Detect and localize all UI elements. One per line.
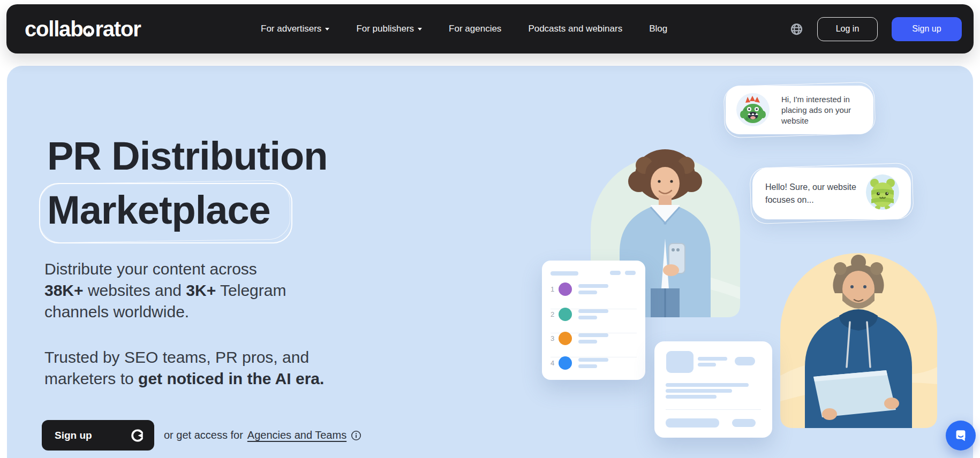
stat-websites: 38K+ (44, 281, 84, 299)
rank-number: 1 (551, 285, 554, 293)
or-get-access-text: or get access for (164, 429, 243, 441)
ranking-row: 1 (551, 278, 637, 302)
trust-line1: Trusted by SEO teams, PR pros, and (44, 348, 309, 366)
nav-item-blog[interactable]: Blog (649, 24, 667, 34)
skeleton-bar (698, 363, 716, 367)
skeleton-bar (578, 284, 608, 288)
hero-subtitle: Distribute your content across 38K+ webs… (44, 258, 286, 323)
logo-pin-icon (83, 26, 94, 37)
ranking-card: 1 2 3 4 (542, 261, 645, 380)
stat-telegram: 3K+ (186, 281, 216, 299)
top-navbar: collabrator For advertisers For publishe… (6, 4, 974, 54)
skeleton-thumbnail (666, 351, 693, 373)
subtitle-line2-end: Telegram (220, 281, 286, 299)
skeleton-title-bar (551, 271, 578, 276)
rank-dot (559, 356, 572, 370)
login-button[interactable]: Log in (817, 17, 878, 41)
man-with-laptop-illustration (780, 241, 937, 428)
hero-trust-line: Trusted by SEO teams, PR pros, and marke… (44, 347, 324, 390)
chat-widget-button[interactable] (946, 421, 976, 451)
logo-text-pre: collab (25, 17, 82, 41)
skeleton-bar (578, 309, 608, 313)
skeleton-bar (666, 383, 749, 387)
skeleton-bar (578, 291, 597, 294)
rank-dot (559, 308, 572, 321)
circle-arrow-icon (131, 429, 145, 442)
nav-item-podcasts-webinars[interactable]: Podcasts and webinars (528, 24, 622, 34)
skeleton-pill (735, 357, 755, 365)
skeleton-pill (610, 271, 621, 275)
green-monster-icon (736, 93, 770, 126)
info-icon (351, 430, 361, 441)
ranking-row: 3 (551, 327, 637, 352)
chat-bubble-text: Hi, I'm interested in placing ads on you… (781, 94, 867, 126)
signup-button[interactable]: Sign up (892, 17, 962, 41)
trust-line2-pre: marketers to (44, 370, 134, 387)
publisher-photo (780, 241, 937, 428)
publisher-avatar (866, 174, 899, 210)
ranking-row: 4 (551, 352, 637, 376)
chat-bubble-publisher: Hello! Sure, our website focuses on... (752, 167, 911, 219)
skeleton-bar (578, 340, 597, 344)
subtitle-line1: Distribute your content across (44, 260, 257, 278)
rank-number: 2 (551, 310, 554, 318)
skeleton-bar (578, 316, 597, 319)
skeleton-bar (578, 358, 608, 362)
skeleton-bar (578, 364, 597, 368)
subtitle-line3: channels worldwide. (44, 303, 189, 320)
nav-item-for-publishers[interactable]: For publishers (356, 24, 422, 34)
nav-label: Podcasts and webinars (528, 24, 622, 34)
cta-signup-label: Sign up (55, 430, 92, 441)
title-line-1: PR Distribution (47, 129, 328, 183)
language-globe-button[interactable] (790, 22, 803, 36)
nav-label: Blog (649, 24, 667, 34)
lime-monster-icon (866, 174, 899, 210)
nav-item-for-advertisers[interactable]: For advertisers (261, 24, 329, 34)
nav-label: For advertisers (261, 24, 321, 34)
ranking-row: 2 (551, 303, 637, 327)
skeleton-bar (666, 395, 717, 399)
info-button[interactable] (351, 430, 361, 441)
title-line-2: Marketplace (47, 183, 328, 237)
subtitle-line2-mid: websites and (88, 281, 182, 299)
skeleton-bar (666, 389, 732, 393)
cta-signup-button[interactable]: Sign up (42, 420, 154, 451)
skeleton-bar (578, 333, 608, 337)
listing-card (654, 341, 772, 438)
skeleton-button (666, 418, 719, 428)
chevron-down-icon (418, 28, 422, 30)
trust-line2-bold: get noticed in the AI era. (138, 370, 324, 387)
globe-icon (790, 22, 803, 36)
brand-logo[interactable]: collabrator (25, 17, 141, 41)
skeleton-pill (732, 419, 756, 427)
chevron-down-icon (325, 28, 329, 30)
rank-dot (559, 332, 572, 345)
main-nav: For advertisers For publishers For agenc… (261, 4, 667, 54)
hero-section: PR Distribution Marketplace Distribute y… (7, 66, 973, 458)
chat-bubble-advertiser: Hi, I'm interested in placing ads on you… (726, 86, 873, 134)
rank-number: 3 (551, 334, 554, 342)
cta-row: Sign up or get access for Agencies and T… (42, 420, 361, 451)
card-divider (666, 409, 761, 410)
nav-item-for-agencies[interactable]: For agencies (449, 24, 501, 34)
rank-number: 4 (551, 359, 554, 367)
skeleton-bar (698, 357, 727, 361)
nav-label: For agencies (449, 24, 501, 34)
navbar-actions: Log in Sign up (790, 4, 962, 54)
cta-alt-text: or get access for Agencies and Teams (164, 429, 361, 441)
rank-dot (559, 283, 572, 296)
agencies-teams-link[interactable]: Agencies and Teams (247, 429, 346, 441)
nav-label: For publishers (356, 24, 414, 34)
skeleton-pill (625, 271, 636, 275)
advertiser-avatar (736, 93, 770, 126)
chat-bubble-icon (953, 428, 969, 444)
page-title: PR Distribution Marketplace (47, 129, 328, 237)
logo-text-post: rator (95, 17, 140, 41)
chat-bubble-text: Hello! Sure, our website focuses on... (765, 181, 857, 207)
